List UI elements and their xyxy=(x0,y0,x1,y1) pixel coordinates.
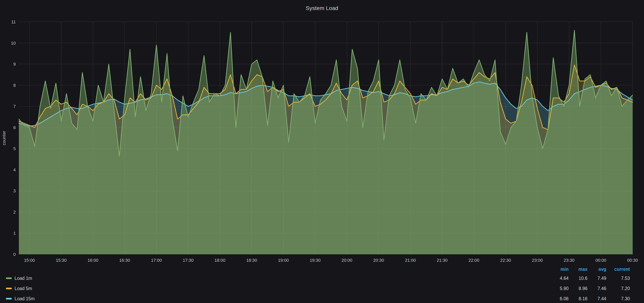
series-toggle-load-1m[interactable]: Load 1m xyxy=(6,276,32,281)
stat-max: 8.16 xyxy=(568,296,588,302)
series-color-swatch-load-1m xyxy=(6,278,12,279)
svg-text:22:30: 22:30 xyxy=(500,258,511,263)
svg-text:16:30: 16:30 xyxy=(119,258,130,263)
legend-col-avg[interactable]: avg xyxy=(588,267,606,272)
svg-text:10: 10 xyxy=(11,41,16,46)
svg-text:22:00: 22:00 xyxy=(468,258,479,263)
svg-text:7: 7 xyxy=(13,104,16,109)
svg-text:00:30: 00:30 xyxy=(627,258,638,263)
svg-text:0: 0 xyxy=(13,252,16,257)
svg-text:23:30: 23:30 xyxy=(564,258,574,263)
svg-text:9: 9 xyxy=(13,62,16,66)
svg-text:16:00: 16:00 xyxy=(88,258,98,263)
legend-col-max[interactable]: max xyxy=(568,267,588,272)
series-color-swatch-load-15m xyxy=(6,298,12,300)
series-label-load-15m: Load 15m xyxy=(14,296,34,302)
svg-text:20:00: 20:00 xyxy=(342,258,352,263)
svg-text:5: 5 xyxy=(13,146,16,151)
svg-text:20:30: 20:30 xyxy=(373,258,384,263)
svg-text:23:00: 23:00 xyxy=(532,258,543,263)
series-toggle-load-15m[interactable]: Load 15m xyxy=(6,296,34,302)
stat-max: 10.6 xyxy=(568,276,588,281)
svg-text:8: 8 xyxy=(13,83,16,88)
stat-min: 5.90 xyxy=(550,286,568,291)
stat-avg: 7.46 xyxy=(588,286,606,291)
grafana-panel: System Load 0123456789101115:0015:3016:0… xyxy=(0,0,644,303)
svg-text:4: 4 xyxy=(13,168,16,172)
stat-current: 7.53 xyxy=(606,276,630,281)
series-label-load-1m: Load 1m xyxy=(14,276,32,281)
series-toggle-load-5m[interactable]: Load 5m xyxy=(6,286,32,291)
legend-header-columns: min max avg current xyxy=(550,267,630,272)
stat-min: 4.64 xyxy=(550,276,568,281)
legend-row-load-1m: Load 1m 4.64 10.6 7.49 7.53 xyxy=(6,273,630,283)
svg-text:3: 3 xyxy=(13,188,16,193)
svg-text:19:30: 19:30 xyxy=(310,258,320,263)
legend-table: min max avg current Load 1m 4.64 10.6 7.… xyxy=(6,265,630,303)
series-color-swatch-load-5m xyxy=(6,288,12,289)
svg-text:11: 11 xyxy=(11,20,16,24)
stat-current: 7.20 xyxy=(606,286,630,291)
stat-min: 6.06 xyxy=(550,296,568,302)
stat-avg: 7.49 xyxy=(588,276,606,281)
svg-text:17:30: 17:30 xyxy=(183,258,194,263)
stat-current: 7.30 xyxy=(606,296,630,302)
svg-text:15:00: 15:00 xyxy=(24,258,35,263)
svg-text:18:30: 18:30 xyxy=(246,258,257,263)
legend-header-row: min max avg current xyxy=(6,265,630,273)
legend-col-min[interactable]: min xyxy=(550,267,568,272)
svg-text:17:00: 17:00 xyxy=(151,258,162,263)
series-stats-load-5m: 5.90 8.96 7.46 7.20 xyxy=(550,286,630,291)
svg-text:18:00: 18:00 xyxy=(214,258,225,263)
legend-row-load-15m: Load 15m 6.06 8.16 7.44 7.30 xyxy=(6,294,630,303)
svg-text:21:00: 21:00 xyxy=(405,258,416,263)
stat-max: 8.96 xyxy=(568,286,588,291)
svg-text:21:30: 21:30 xyxy=(437,258,448,263)
svg-text:00:00: 00:00 xyxy=(596,258,606,263)
svg-text:6: 6 xyxy=(13,125,16,130)
legend-col-current[interactable]: current xyxy=(606,267,630,272)
series-stats-load-15m: 6.06 8.16 7.44 7.30 xyxy=(550,296,630,302)
svg-text:15:30: 15:30 xyxy=(56,258,66,263)
svg-text:19:00: 19:00 xyxy=(278,258,289,263)
svg-text:counter: counter xyxy=(2,131,6,145)
svg-text:2: 2 xyxy=(13,210,16,214)
series-label-load-5m: Load 5m xyxy=(14,286,32,291)
legend-row-load-5m: Load 5m 5.90 8.96 7.46 7.20 xyxy=(6,283,630,294)
svg-text:1: 1 xyxy=(13,231,16,236)
system-load-graph[interactable]: 0123456789101115:0015:3016:0016:3017:001… xyxy=(0,0,644,265)
stat-avg: 7.44 xyxy=(588,296,606,302)
series-stats-load-1m: 4.64 10.6 7.49 7.53 xyxy=(550,276,630,281)
